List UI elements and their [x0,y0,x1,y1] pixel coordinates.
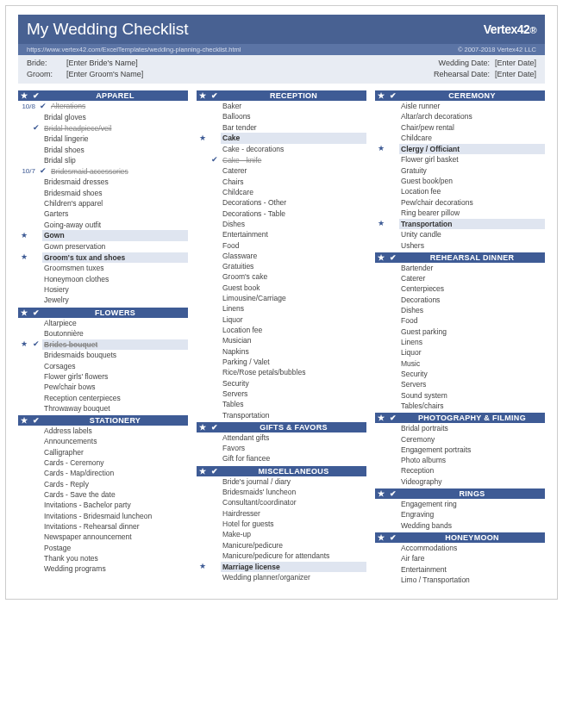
checklist-item[interactable]: Wedding bands [375,520,545,531]
checklist-item[interactable]: Guest book/pen [375,176,545,186]
checklist-item[interactable]: Engagement ring [375,499,545,509]
checklist-item[interactable]: Cake - decorations [197,144,366,154]
checklist-item[interactable]: Childcare [197,187,366,197]
checklist-item[interactable]: Groom's cake [197,271,366,282]
checklist-item[interactable]: 10/7✔Bridesmaid accessories [18,165,188,177]
checklist-item[interactable]: Attendant gifts [197,432,366,443]
checklist-item[interactable]: Boutonnière [18,328,188,339]
checklist-item[interactable]: Consultant/coordinator [197,497,366,507]
checklist-item[interactable]: Pew/chair decorations [375,197,545,208]
checklist-item[interactable]: ✔Cake - knife [197,154,366,165]
checklist-item[interactable]: Liquor [197,314,366,325]
checklist-item[interactable]: ★✔Brides bouquet [18,339,188,350]
checklist-item[interactable]: Videography [375,476,545,487]
checklist-item[interactable]: Servers [375,379,545,389]
checklist-item[interactable]: Newspaper announcement [18,532,188,542]
checklist-item[interactable]: Bridal portraits [375,423,545,433]
checklist-item[interactable]: Hosiery [18,284,188,295]
checklist-item[interactable]: ★Gown [18,230,188,241]
wedding-date-field[interactable]: [Enter Date] [495,59,536,67]
checklist-item[interactable]: Manicure/pedicure for attendants [197,551,366,561]
checklist-item[interactable]: Announcements [18,436,188,446]
checklist-item[interactable]: Chair/pew rental [375,122,545,133]
checklist-item[interactable]: Cards - Save the date [18,489,188,500]
checklist-item[interactable]: Tables/chairs [375,401,545,411]
checklist-item[interactable]: Cards - Ceremony [18,457,188,468]
checklist-item[interactable]: Gratuities [197,261,366,271]
checklist-item[interactable]: Engagement portraits [375,445,545,455]
checklist-item[interactable]: Limo / Transportation [375,575,545,585]
checklist-item[interactable]: Bridesmaids bouquets [18,350,188,360]
checklist-item[interactable]: Guest book [197,283,366,293]
checklist-item[interactable]: Baker [197,101,366,111]
checklist-item[interactable]: Flower girls' flowers [18,371,188,382]
checklist-item[interactable]: Dishes [197,219,366,229]
checklist-item[interactable]: Flower girl basket [375,154,545,165]
checklist-item[interactable]: Chairs [197,177,366,187]
checklist-item[interactable]: ★Clergy / Officiant [375,143,545,154]
checklist-item[interactable]: Altarpiece [18,318,188,328]
checklist-item[interactable]: Decorations - Table [197,208,366,219]
checklist-item[interactable]: Invitations - Bachelor party [18,500,188,510]
checklist-item[interactable]: Entertainment [197,229,366,240]
checklist-item[interactable]: Hairdresser [197,508,366,519]
checklist-item[interactable]: Invitations - Bridesmaid luncheon [18,511,188,521]
checklist-item[interactable]: Ushers [375,240,545,251]
checklist-item[interactable]: Manicure/pedicure [197,540,366,551]
checklist-item[interactable]: Glassware [197,251,366,261]
checklist-item[interactable]: Bride's journal / diary [197,476,366,487]
checklist-item[interactable]: Tables [197,399,366,409]
checklist-item[interactable]: Music [375,358,545,369]
checklist-item[interactable]: Photo albums [375,455,545,465]
checklist-item[interactable]: ✔Bridal headpiece/veil [18,122,188,134]
checklist-item[interactable]: Jewelry [18,295,188,305]
checklist-item[interactable]: Cards - Reply [18,479,188,489]
checklist-item[interactable]: Location fee [375,186,545,196]
checklist-item[interactable]: Ring bearer pillow [375,208,545,218]
checklist-item[interactable]: Invitations - Rehearsal dinner [18,521,188,532]
checklist-item[interactable]: Accommodations [375,543,545,553]
checklist-item[interactable]: Napkins [197,346,366,357]
checklist-item[interactable]: Gratuity [375,165,545,176]
checklist-item[interactable]: Bridal gloves [18,112,188,122]
checklist-item[interactable]: Corsages [18,361,188,371]
checklist-item[interactable]: Location fee [197,325,366,335]
groom-field[interactable]: [Enter Groom's Name] [66,70,143,78]
checklist-item[interactable]: Aisle runner [375,101,545,111]
checklist-item[interactable]: Favors [197,443,366,453]
checklist-item[interactable]: Bridesmaid shoes [18,188,188,198]
checklist-item[interactable]: Decorations - Other [197,197,366,208]
checklist-item[interactable]: Bridal lingerie [18,134,188,144]
checklist-item[interactable]: Going-away outfit [18,220,188,230]
rehearsal-date-field[interactable]: [Enter Date] [495,70,536,78]
checklist-item[interactable]: Reception [375,465,545,476]
checklist-item[interactable]: Bridal shoes [18,145,188,155]
checklist-item[interactable]: Postage [18,543,188,553]
checklist-item[interactable]: Caterer [375,273,545,283]
checklist-item[interactable]: Bartender [375,263,545,273]
checklist-item[interactable]: Groomsmen tuxes [18,263,188,273]
checklist-item[interactable]: Wedding planner/organizer [197,572,366,582]
checklist-item[interactable]: Linens [197,303,366,314]
checklist-item[interactable]: Food [197,240,366,251]
checklist-item[interactable]: Liquor [375,347,545,358]
checklist-item[interactable]: Limousine/Carriage [197,293,366,303]
checklist-item[interactable]: Throwaway bouquet [18,403,188,414]
checklist-item[interactable]: Childcare [375,133,545,143]
checklist-item[interactable]: Make-up [197,529,366,539]
checklist-item[interactable]: Reception centerpieces [18,393,188,403]
checklist-item[interactable]: Bridesmaid dresses [18,177,188,187]
checklist-item[interactable]: Cards - Map/direction [18,468,188,478]
checklist-item[interactable]: Parking / Valet [197,357,366,367]
checklist-item[interactable]: Children's apparel [18,198,188,208]
checklist-item[interactable]: Food [375,315,545,326]
checklist-item[interactable]: Balloons [197,111,366,121]
checklist-item[interactable]: Centerpieces [375,283,545,294]
checklist-item[interactable]: Servers [197,389,366,399]
checklist-item[interactable]: Calligrapher [18,447,188,457]
checklist-item[interactable]: Gown preservation [18,241,188,252]
checklist-item[interactable]: Hotel for guests [197,519,366,529]
checklist-item[interactable]: ★Cake [197,133,366,144]
checklist-item[interactable]: Wedding programs [18,563,188,574]
checklist-item[interactable]: Thank you notes [18,553,188,563]
